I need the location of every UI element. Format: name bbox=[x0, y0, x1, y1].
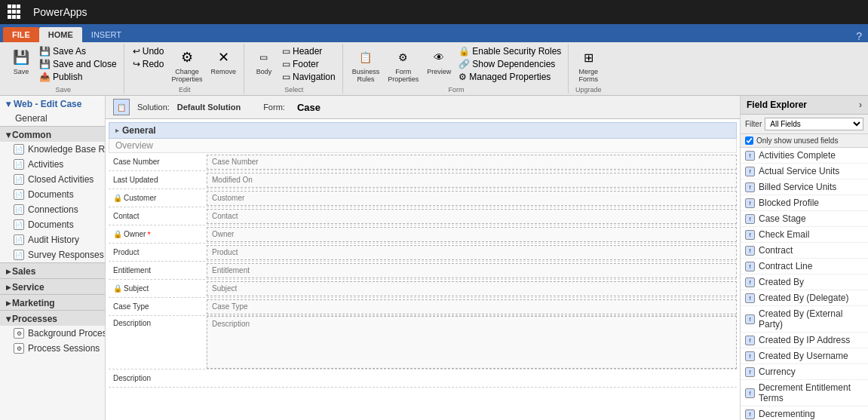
owner-input[interactable] bbox=[207, 227, 737, 242]
ribbon-save-content: 💾 Save 💾 Save As 💾 Save and Close 📤 Publ… bbox=[8, 45, 119, 84]
field-label-created-by-external: Created By (External Party) bbox=[759, 308, 863, 330]
field-icon-created-by: f bbox=[745, 277, 755, 287]
ribbon-group-save: 💾 Save 💾 Save As 💾 Save and Close 📤 Publ… bbox=[3, 44, 124, 94]
last-updated-input[interactable] bbox=[207, 173, 737, 188]
sidebar-item-audit[interactable]: 📄 Audit History bbox=[0, 232, 105, 247]
case-type-label: Case Type bbox=[109, 300, 207, 313]
field-row-case-number: Case Number bbox=[109, 153, 737, 171]
save-and-close-button[interactable]: 💾 Save and Close bbox=[37, 58, 119, 70]
undo-button[interactable]: ↩ Undo bbox=[130, 45, 167, 57]
field-item-contract[interactable]: f Contract bbox=[741, 243, 868, 259]
field-item-case-stage[interactable]: f Case Stage bbox=[741, 211, 868, 227]
field-item-actual-service[interactable]: f Actual Service Units bbox=[741, 164, 868, 179]
field-item-billed-service[interactable]: f Billed Service Units bbox=[741, 179, 868, 195]
field-item-check-email[interactable]: f Check Email bbox=[741, 227, 868, 243]
customer-label: 🔒 Customer bbox=[109, 192, 207, 204]
field-label-created-by-username: Created By Username bbox=[759, 351, 848, 361]
contact-input[interactable] bbox=[207, 209, 737, 224]
field-item-created-by-username[interactable]: f Created By Username bbox=[741, 348, 868, 364]
show-dependencies-button[interactable]: 🔗 Show Dependencies bbox=[456, 58, 563, 70]
publish-button[interactable]: 📤 Publish bbox=[37, 71, 119, 83]
case-number-input[interactable] bbox=[207, 155, 737, 170]
sidebar-section-marketing[interactable]: ▸ Marketing bbox=[0, 294, 105, 310]
sidebar-item-documents2[interactable]: 📄 Documents bbox=[0, 217, 105, 232]
filter-select[interactable]: All Fields Used Fields Unused Fields bbox=[765, 118, 863, 130]
field-label-case-stage: Case Stage bbox=[759, 213, 806, 224]
sidebar-section-service[interactable]: ▸ Service bbox=[0, 278, 105, 294]
sidebar-section-sales[interactable]: ▸ Sales bbox=[0, 262, 105, 278]
field-item-created-by-ip[interactable]: f Created By IP Address bbox=[741, 333, 868, 348]
solution-bar: 📋 Solution: Default Solution Form: Case bbox=[106, 96, 740, 119]
tab-insert[interactable]: INSERT bbox=[82, 27, 130, 42]
sidebar-item-general[interactable]: General bbox=[0, 111, 105, 126]
subject-input[interactable] bbox=[207, 281, 737, 296]
form-properties-button[interactable]: ⚙ FormProperties bbox=[385, 45, 422, 84]
preview-button[interactable]: 👁 Preview bbox=[424, 45, 454, 77]
sidebar-item-survey[interactable]: 📄 Survey Responses bbox=[0, 247, 105, 262]
remove-button[interactable]: ✕ Remove bbox=[207, 45, 239, 77]
business-rules-button[interactable]: 📋 BusinessRules bbox=[349, 45, 383, 84]
body-button[interactable]: ▭ Body bbox=[250, 45, 278, 77]
help-icon[interactable]: ? bbox=[856, 30, 868, 42]
footer-button[interactable]: ▭ Footer bbox=[280, 58, 338, 70]
sidebar-item-connections[interactable]: 📄 Connections bbox=[0, 202, 105, 217]
description-textarea[interactable] bbox=[207, 316, 737, 369]
field-icon-billed-service: f bbox=[745, 182, 755, 192]
save-as-button[interactable]: 💾 Save As bbox=[37, 45, 119, 57]
closed-activities-icon: 📄 bbox=[14, 174, 24, 185]
save-button[interactable]: 💾 Save bbox=[8, 45, 35, 77]
field-item-decrementing[interactable]: f Decrementing bbox=[741, 406, 868, 420]
change-properties-button[interactable]: ⚙ ChangeProperties bbox=[168, 45, 205, 84]
app-grid-icon[interactable] bbox=[8, 5, 23, 20]
unused-fields-checkbox[interactable] bbox=[745, 136, 753, 145]
owner-label: 🔒 Owner * bbox=[109, 228, 207, 241]
header-button[interactable]: ▭ Header bbox=[280, 45, 338, 57]
sidebar-item-activities[interactable]: 📄 Activities bbox=[0, 157, 105, 172]
sidebar-item-kb[interactable]: 📄 Knowledge Base Reco... bbox=[0, 142, 105, 157]
sidebar-item-documents[interactable]: 📄 Documents bbox=[0, 187, 105, 202]
service-arrow: ▸ bbox=[6, 282, 11, 293]
field-icon-actual-service: f bbox=[745, 167, 755, 176]
field-explorer-title: Field Explorer bbox=[747, 100, 807, 110]
field-item-created-by-delegate[interactable]: f Created By (Delegate) bbox=[741, 290, 868, 306]
enable-security-button[interactable]: 🔒 Enable Security Roles bbox=[456, 45, 563, 57]
redo-button[interactable]: ↪ Redo bbox=[130, 58, 167, 70]
select-sub-group: ▭ Header ▭ Footer ▭ Navigation bbox=[280, 45, 338, 83]
field-item-activities-complete[interactable]: f Activities Complete bbox=[741, 148, 868, 164]
form-label: Form: bbox=[263, 103, 285, 112]
sidebar-item-closed-activities[interactable]: 📄 Closed Activities bbox=[0, 172, 105, 187]
tab-home[interactable]: HOME bbox=[39, 27, 82, 42]
save-as-icon: 💾 bbox=[39, 46, 51, 57]
marketing-arrow: ▸ bbox=[6, 298, 11, 308]
ribbon-group-upgrade: ⊞ MergeForms Upgrade bbox=[570, 44, 606, 94]
field-item-contract-line[interactable]: f Contract Line bbox=[741, 259, 868, 274]
sidebar-section-common[interactable]: ▾ Common bbox=[0, 126, 105, 142]
field-item-created-by[interactable]: f Created By bbox=[741, 274, 868, 290]
footer-icon: ▭ bbox=[282, 59, 290, 69]
managed-properties-button[interactable]: ⚙ Managed Properties bbox=[456, 71, 563, 83]
field-item-currency[interactable]: f Currency bbox=[741, 364, 868, 380]
audit-icon: 📄 bbox=[14, 235, 24, 245]
field-item-created-by-external[interactable]: f Created By (External Party) bbox=[741, 306, 868, 333]
case-type-input[interactable] bbox=[207, 299, 737, 314]
field-label-blocked-profile: Blocked Profile bbox=[759, 198, 819, 208]
sidebar-section-processes[interactable]: ▾ Processes bbox=[0, 310, 105, 326]
field-item-decrement-terms[interactable]: f Decrement Entitlement Terms bbox=[741, 380, 868, 406]
form-sub-group: 🔒 Enable Security Roles 🔗 Show Dependenc… bbox=[456, 45, 563, 83]
field-item-blocked-profile[interactable]: f Blocked Profile bbox=[741, 195, 868, 211]
sidebar-item-bg-processes[interactable]: ⚙ Background Processes bbox=[0, 326, 105, 341]
tab-file[interactable]: FILE bbox=[3, 27, 39, 42]
save-close-label: Save and Close bbox=[53, 59, 117, 69]
entitlement-input[interactable] bbox=[207, 263, 737, 278]
merge-forms-button[interactable]: ⊞ MergeForms bbox=[575, 45, 602, 84]
navigation-button[interactable]: ▭ Navigation bbox=[280, 71, 338, 83]
sidebar-item-process-sessions[interactable]: ⚙ Process Sessions bbox=[0, 341, 105, 356]
field-icon-decrement-terms: f bbox=[745, 388, 755, 398]
activities-label: Activities bbox=[28, 159, 63, 170]
field-explorer-toggle[interactable]: › bbox=[859, 100, 862, 110]
form-section-general[interactable]: General bbox=[109, 122, 737, 139]
field-row-customer: 🔒 Customer bbox=[109, 189, 737, 207]
customer-input[interactable] bbox=[207, 191, 737, 206]
product-input[interactable] bbox=[207, 245, 737, 260]
field-icon-created-by-ip: f bbox=[745, 336, 755, 345]
